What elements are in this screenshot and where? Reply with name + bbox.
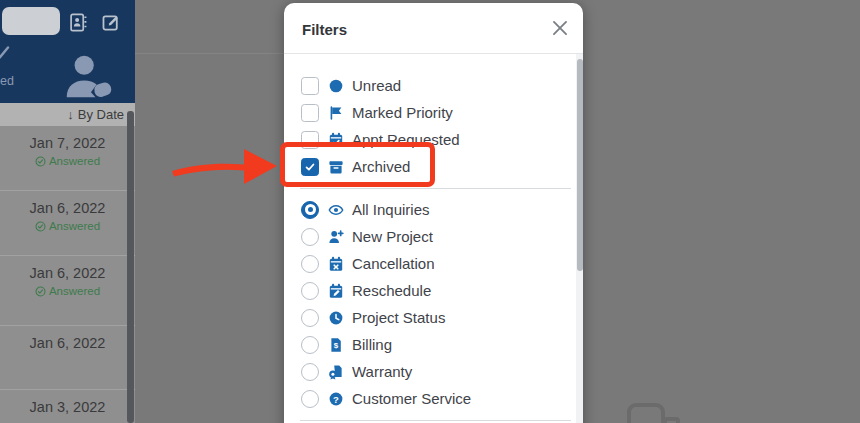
radio-selected[interactable] (301, 201, 319, 219)
filters-list: UnreadMarked PriorityAppt RequestedArchi… (284, 54, 583, 423)
close-button[interactable] (549, 17, 571, 39)
filter-radio-reschedule[interactable]: Reschedule (284, 277, 583, 304)
calendar-x-icon (328, 256, 344, 272)
filter-label: Unread (352, 77, 401, 94)
person-plus-icon (328, 229, 344, 245)
filter-label: Archived (352, 158, 410, 175)
status-text: Answered (49, 285, 100, 297)
filter-radio-all-inquiries[interactable]: All Inquiries (284, 196, 583, 223)
status-badge: Answered (35, 220, 100, 232)
inbox-item-date: Jan 6, 2022 (0, 265, 135, 281)
filter-label: Reschedule (352, 282, 431, 299)
filter-checkbox-appt-requested[interactable]: Appt Requested (284, 126, 583, 153)
background-seam-line (135, 53, 284, 54)
archive-icon (328, 159, 344, 175)
search-input[interactable] (2, 7, 60, 35)
clock-icon (328, 310, 344, 326)
radio-unselected[interactable] (301, 390, 319, 408)
inbox-item-date: Jan 3, 2022 (0, 399, 135, 415)
filter-radio-warranty[interactable]: Warranty (284, 358, 583, 385)
filled-circle-icon (328, 78, 344, 94)
modal-title: Filters (302, 21, 347, 38)
calendar-check-icon (328, 132, 344, 148)
status-badge: Answered (35, 285, 100, 297)
checkbox-checked[interactable] (301, 158, 319, 176)
question-circle-icon: ? (328, 391, 344, 407)
checkbox-unchecked[interactable] (301, 77, 319, 95)
modal-scrollbar-thumb[interactable] (577, 59, 583, 271)
modal-header: Filters (284, 3, 583, 54)
conversation-panel: ed Assigned ↓By Date Jan 7, 2022Answered… (0, 0, 135, 423)
filter-radio-new-project[interactable]: New Project (284, 223, 583, 250)
filter-label: Marked Priority (352, 104, 453, 121)
filter-checkbox-unread[interactable]: Unread (284, 72, 583, 99)
radio-unselected[interactable] (301, 282, 319, 300)
radio-unselected[interactable] (301, 255, 319, 273)
checkbox-unchecked[interactable] (301, 104, 319, 122)
filter-group-divider (300, 188, 571, 189)
check-circle-icon (35, 156, 46, 167)
check-circle-icon (35, 286, 46, 297)
inbox-list-item[interactable]: Jan 6, 2022 (0, 325, 135, 389)
person-tag-icon (56, 50, 118, 106)
status-text: Answered (49, 155, 100, 167)
flag-icon (328, 105, 344, 121)
filter-label: Customer Service (352, 390, 471, 407)
eye-icon (328, 202, 344, 218)
sort-label: By Date (78, 107, 124, 122)
invoice-dollar-icon: $ (328, 337, 344, 353)
filter-checkbox-marked-priority[interactable]: Marked Priority (284, 99, 583, 126)
inbox-list-item[interactable]: Jan 6, 2022Answered (0, 190, 135, 255)
filters-modal: Filters UnreadMarked PriorityAppt Reques… (284, 3, 583, 423)
app-screen: ed Assigned ↓By Date Jan 7, 2022Answered… (0, 0, 860, 423)
radio-unselected[interactable] (301, 336, 319, 354)
inbox-scrollbar[interactable] (127, 111, 134, 423)
filter-group-divider (300, 420, 571, 421)
check-icon (0, 46, 11, 59)
filter-radio-project-status[interactable]: Project Status (284, 304, 583, 331)
filter-checkbox-archived[interactable]: Archived (284, 153, 583, 180)
check-circle-icon (35, 221, 46, 232)
sort-by-date-button[interactable]: ↓By Date (0, 103, 135, 126)
checkbox-unchecked[interactable] (301, 131, 319, 149)
empty-state-illustration (627, 403, 665, 423)
status-text: Answered (49, 220, 100, 232)
inbox-item-date: Jan 6, 2022 (0, 200, 135, 216)
inbox-item-date: Jan 7, 2022 (0, 135, 135, 151)
filter-label: Billing (352, 336, 392, 353)
annotation-arrow-icon (160, 138, 285, 193)
svg-text:$: $ (334, 341, 339, 350)
close-icon (549, 17, 571, 39)
inbox-list-item[interactable]: Jan 3, 2022 (0, 389, 135, 423)
radio-unselected[interactable] (301, 363, 319, 381)
calendar-pencil-icon (328, 283, 344, 299)
tab-partial[interactable]: ed (0, 74, 14, 88)
warranty-badge-icon (328, 364, 344, 380)
inbox-list: Jan 7, 2022AnsweredJan 6, 2022AnsweredJa… (0, 126, 135, 423)
filter-label: New Project (352, 228, 433, 245)
contacts-icon[interactable] (69, 13, 88, 32)
inbox-list-item[interactable]: Jan 6, 2022Answered (0, 255, 135, 325)
filter-radio-billing[interactable]: $Billing (284, 331, 583, 358)
sort-direction-arrow-icon: ↓ (67, 107, 74, 122)
filter-radio-customer-service[interactable]: ?Customer Service (284, 385, 583, 412)
svg-text:?: ? (333, 393, 339, 404)
filter-label: Warranty (352, 363, 412, 380)
inbox-item-date: Jan 6, 2022 (0, 335, 135, 351)
filter-label: Cancellation (352, 255, 435, 272)
compose-icon[interactable] (102, 13, 121, 32)
radio-unselected[interactable] (301, 228, 319, 246)
status-badge: Answered (35, 155, 100, 167)
panel-header: ed Assigned (0, 0, 135, 103)
inbox-list-item[interactable]: Jan 7, 2022Answered (0, 126, 135, 190)
filter-radio-cancellation[interactable]: Cancellation (284, 250, 583, 277)
radio-unselected[interactable] (301, 309, 319, 327)
modal-scrollbar[interactable] (576, 54, 583, 423)
empty-state-illustration-tab (663, 417, 680, 423)
filter-label: All Inquiries (352, 201, 430, 218)
filter-label: Appt Requested (352, 131, 460, 148)
filter-label: Project Status (352, 309, 445, 326)
